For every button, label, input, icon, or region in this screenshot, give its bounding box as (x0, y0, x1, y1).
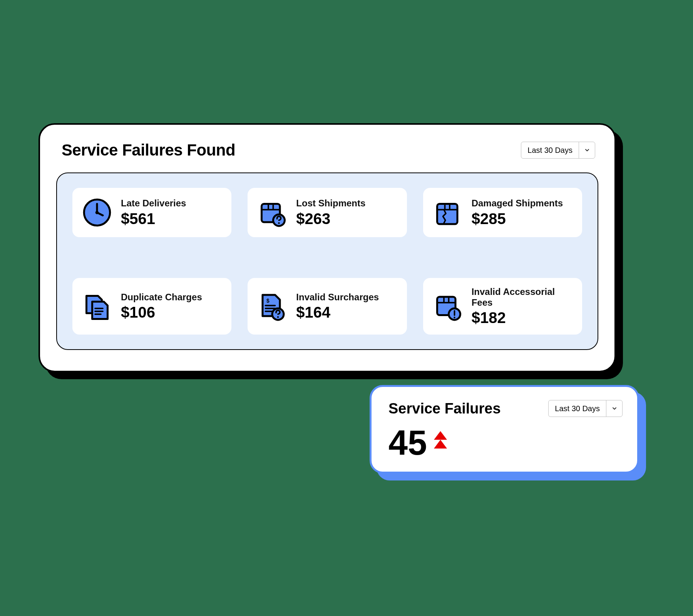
card-label: Late Deliveries (121, 198, 186, 209)
svg-text:$: $ (266, 298, 270, 304)
box-alert-icon (432, 291, 463, 322)
card-value: $106 (121, 304, 202, 321)
card-invalid-accessorial-fees: Invalid Accessorial Fees $182 (423, 278, 582, 335)
card-value: $182 (472, 309, 573, 326)
card-late-deliveries: Late Deliveries $561 (72, 188, 231, 237)
card-value: $164 (296, 304, 379, 321)
service-failures-summary-panel: Service Failures Last 30 Days 45 (370, 385, 639, 474)
mini-time-range-dropdown[interactable]: Last 30 Days (548, 400, 623, 417)
dropdown-selected-label: Last 30 Days (549, 400, 606, 417)
card-value: $263 (296, 210, 365, 227)
card-damaged-shipments: Damaged Shipments $285 (423, 188, 582, 237)
card-label: Invalid Accessorial Fees (472, 286, 573, 308)
card-label: Duplicate Charges (121, 292, 202, 303)
box-damaged-icon (432, 197, 463, 228)
summary-value: 45 (388, 425, 427, 460)
svg-point-14 (454, 316, 455, 318)
card-lost-shipments: Lost Shipments $263 (248, 188, 407, 237)
svg-point-10 (277, 316, 279, 318)
svg-marker-16 (434, 440, 447, 449)
trend-up-icon (434, 430, 447, 455)
card-label: Invalid Surcharges (296, 292, 379, 303)
mini-panel-title: Service Failures (388, 400, 501, 417)
dropdown-selected-label: Last 30 Days (521, 142, 579, 158)
card-value: $285 (472, 210, 563, 227)
box-question-icon (257, 197, 288, 228)
chevron-down-icon (579, 142, 595, 158)
docs-duplicate-icon (82, 291, 112, 322)
invoice-question-icon: $ (257, 291, 288, 322)
svg-rect-7 (437, 204, 457, 224)
svg-marker-15 (434, 431, 447, 440)
time-range-dropdown[interactable]: Last 30 Days (521, 142, 595, 159)
card-label: Lost Shipments (296, 198, 365, 209)
card-label: Damaged Shipments (472, 198, 563, 209)
service-failures-panel: Service Failures Found Last 30 Days (38, 123, 616, 372)
metrics-grid: Late Deliveries $561 (56, 172, 598, 350)
chevron-down-icon (606, 400, 622, 417)
card-duplicate-charges: Duplicate Charges $106 (72, 278, 231, 335)
card-invalid-surcharges: $ Invalid Surcharges $164 (248, 278, 407, 335)
panel-title: Service Failures Found (62, 141, 235, 159)
clock-icon (82, 197, 112, 228)
svg-point-6 (278, 222, 280, 224)
card-value: $561 (121, 210, 186, 227)
